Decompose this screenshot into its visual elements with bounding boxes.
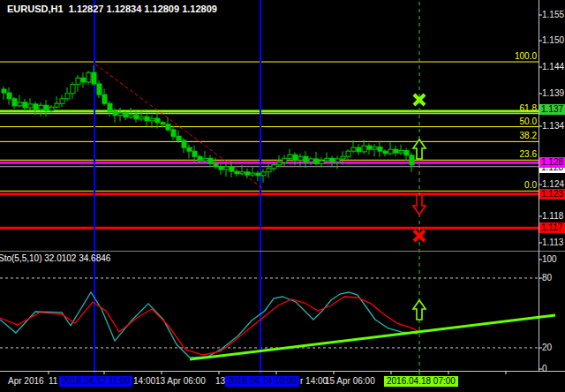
candles (2, 65, 414, 183)
candle-body (293, 155, 298, 160)
candle-body (346, 151, 350, 156)
candle-body (314, 159, 319, 163)
candle-body (214, 163, 218, 166)
candle-body (373, 147, 377, 149)
candle-body (320, 161, 324, 163)
candle-body (139, 117, 144, 119)
candle-body (92, 72, 96, 84)
candle-body (351, 147, 356, 151)
candle-body (388, 149, 393, 154)
buy-arrow-main-icon[interactable] (413, 139, 426, 159)
candle-body (245, 172, 250, 175)
price-tick-label: 1.150 (542, 35, 564, 45)
candle-body (192, 151, 197, 156)
candle-body (129, 115, 133, 117)
price-highlight-box: 1.128 (539, 157, 565, 168)
candle-body (113, 111, 117, 116)
price-tick-label: 1.139 (542, 88, 564, 98)
candle-body (235, 171, 239, 174)
candle-body (155, 118, 160, 123)
candle-body (18, 102, 22, 106)
candle-body (208, 158, 213, 163)
price-tick-label: 1.118 (542, 211, 563, 221)
candle-body (341, 156, 345, 159)
candle-body (65, 94, 70, 99)
candle-body (288, 155, 292, 158)
candle-body (277, 162, 282, 165)
price-tick-label: 1.113 (542, 237, 563, 247)
candle-body (309, 159, 313, 162)
price-tick-label: 1.124 (542, 179, 564, 189)
candle-body (76, 78, 80, 84)
candle-body (12, 99, 17, 106)
buy-target-x-red-icon[interactable] (414, 230, 425, 241)
price-highlight-box: 1.137 (539, 104, 565, 115)
fib-label-50.0: 50.0 (484, 117, 537, 126)
candle-body (410, 155, 414, 165)
candle-body (394, 149, 398, 153)
indicator-tick-label: 100 (542, 254, 557, 264)
candle-body (102, 94, 107, 103)
candle-body (304, 156, 308, 162)
candle-body (267, 169, 271, 172)
candle-body (219, 167, 223, 170)
time-label: 2016.04.14 10:00 (225, 376, 299, 387)
candle-body (28, 104, 33, 108)
stoch-buy-arrow-icon[interactable] (413, 300, 426, 320)
candle-body (256, 173, 260, 176)
candle-body (187, 147, 192, 151)
candle-body (34, 104, 38, 109)
price-tick-label: 1.134 (542, 121, 564, 131)
stochastic-indicator-label: Sto(5,5,10) 32.0102 34.6846 (0, 253, 110, 263)
candle-body (134, 115, 139, 119)
mt4-chart-window: EURUSD,H1 1.12827 1.12834 1.12809 1.1280… (0, 0, 565, 392)
candle-body (330, 158, 335, 162)
time-label: 2016.04.18 07:00 (384, 376, 458, 387)
candle-body (71, 85, 75, 94)
candle-body (108, 103, 112, 111)
candle-body (399, 151, 403, 154)
fib-label-23.6: 23.6 (484, 149, 537, 159)
indicator-tick-label: 0 (542, 364, 547, 373)
candle-body (166, 124, 170, 130)
candle-body (198, 156, 202, 161)
candle-body (378, 147, 382, 151)
candle-body (124, 113, 128, 117)
candle-body (298, 156, 303, 160)
ohlc-values: 1.12827 1.12834 1.12809 1.12809 (69, 4, 217, 14)
candle-body (2, 89, 6, 93)
indicator-tick-label: 80 (542, 273, 552, 283)
sell-arrow-main-icon[interactable] (413, 195, 426, 215)
candle-body (203, 158, 207, 161)
candle-body (81, 78, 86, 82)
down-trendline[interactable] (95, 64, 262, 188)
stoch-support-trendline[interactable] (190, 315, 555, 359)
fib-label-61.8: 61.8 (484, 103, 537, 113)
candle-body (362, 146, 366, 152)
candle-body (7, 93, 11, 99)
candle-body (282, 158, 287, 162)
candle-body (251, 173, 255, 175)
candle-body (357, 147, 361, 152)
candle-body (60, 99, 64, 103)
time-label: 15 Apr 06:00 (325, 376, 375, 387)
candle-body (150, 118, 154, 121)
time-label: 2016.04.12 11:00 (59, 376, 132, 387)
candle-body (182, 140, 186, 147)
candle-body (87, 72, 91, 82)
indicator-tick-label: 20 (542, 343, 552, 352)
fib-label-38.2: 38.2 (484, 131, 537, 140)
price-highlight-box: 1.117 (539, 222, 565, 233)
time-label: 13 Apr 06:00 (155, 376, 206, 387)
time-label: Apr 2016 (8, 376, 44, 387)
fib-label-100.0: 100.0 (484, 51, 537, 61)
price-tick-label: 1.144 (542, 62, 564, 72)
candle-body (49, 107, 54, 110)
chart-plot-area[interactable] (0, 0, 565, 392)
stochastic-signal-line (0, 297, 418, 355)
chart-title: EURUSD,H1 1.12827 1.12834 1.12809 1.1280… (7, 4, 217, 14)
candle-body (145, 117, 149, 121)
candle-body (240, 172, 245, 174)
candle-body (367, 146, 372, 149)
time-label: r 14:00 (300, 376, 328, 387)
